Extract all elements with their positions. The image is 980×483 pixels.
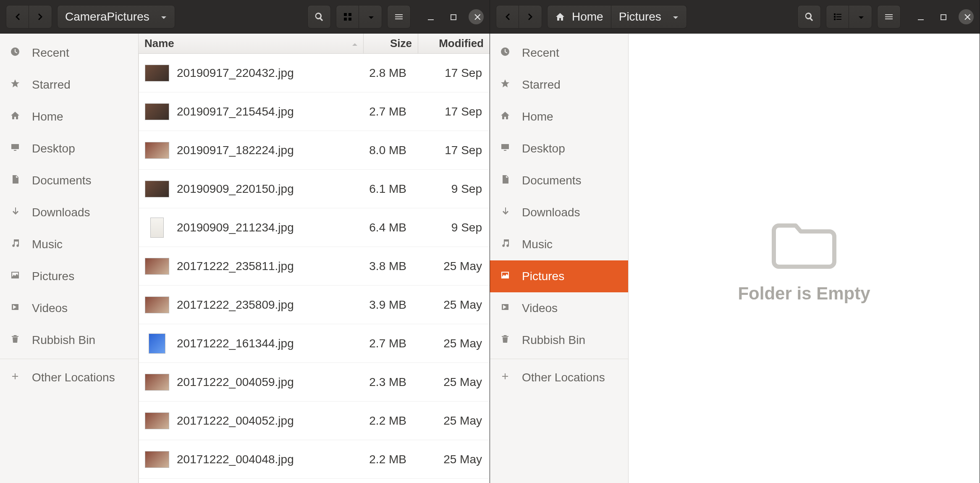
hamburger-menu-button[interactable] — [387, 5, 411, 29]
file-modified: 17 Sep — [412, 66, 484, 80]
file-row[interactable]: 20190917_182224.jpg8.0 MB17 Sep — [139, 131, 490, 170]
file-size: 2.7 MB — [358, 337, 412, 350]
sidebar-item-recent[interactable]: Recent — [0, 37, 138, 69]
maximize-button[interactable] — [938, 12, 948, 21]
sidebar-item-downloads[interactable]: Downloads — [0, 197, 138, 228]
file-row[interactable]: 20190909_220150.jpg6.1 MB9 Sep — [139, 170, 490, 208]
minimize-button[interactable] — [426, 12, 436, 22]
pathbar: CameraPictures — [57, 5, 302, 29]
sidebar-item-home[interactable]: Home — [0, 101, 138, 133]
column-header-size[interactable]: Size — [364, 34, 418, 53]
thumbnail — [150, 218, 164, 238]
file-modified: 9 Sep — [412, 221, 484, 234]
sidebar-item-label: Other Locations — [522, 371, 605, 384]
sidebar-item-label: Starred — [522, 78, 561, 92]
sidebar-item-pictures[interactable]: Pictures — [490, 260, 628, 292]
file-row[interactable]: 20171222_235811.jpg3.8 MB25 May — [139, 247, 490, 286]
sidebar-item-desktop[interactable]: Desktop — [490, 133, 628, 165]
file-modified: 17 Sep — [412, 144, 484, 157]
path-segment-current[interactable]: CameraPictures — [57, 5, 175, 29]
file-size: 6.4 MB — [358, 221, 412, 234]
path-segment-home[interactable]: Home — [547, 5, 611, 29]
search-button[interactable] — [797, 5, 821, 29]
forward-button[interactable] — [519, 5, 542, 28]
sidebar-item-label: Rubbish Bin — [32, 333, 95, 347]
file-row[interactable]: 20171222_235809.jpg3.9 MB25 May — [139, 286, 490, 324]
back-button[interactable] — [496, 5, 519, 28]
sidebar-item-documents[interactable]: Documents — [490, 165, 628, 197]
path-label: CameraPictures — [65, 10, 149, 24]
file-manager-window-right: Home Pictures Recent Starred Home Deskto… — [490, 0, 980, 483]
sidebar-item-documents[interactable]: Documents — [0, 165, 138, 197]
sidebar-item-desktop[interactable]: Desktop — [0, 133, 138, 165]
view-switcher — [826, 5, 872, 29]
file-row[interactable]: 20171222_161344.jpg2.7 MB25 May — [139, 324, 490, 363]
thumbnail — [149, 333, 165, 354]
headerbar: CameraPictures — [0, 0, 490, 34]
back-button[interactable] — [6, 5, 29, 28]
sidebar-item-downloads[interactable]: Downloads — [490, 197, 628, 228]
list-view-button[interactable] — [826, 5, 849, 28]
column-header-name[interactable]: Name — [139, 34, 364, 53]
sidebar-item-pictures[interactable]: Pictures — [0, 260, 138, 292]
hamburger-menu-button[interactable] — [877, 5, 901, 29]
forward-button[interactable] — [29, 5, 52, 28]
file-modified: 17 Sep — [412, 105, 484, 118]
view-options-dropdown[interactable] — [359, 5, 382, 28]
sidebar-item-videos[interactable]: Videos — [490, 292, 628, 324]
minimize-button[interactable] — [916, 12, 926, 22]
close-button[interactable] — [959, 9, 974, 24]
sidebar-item-starred[interactable]: Starred — [490, 69, 628, 101]
file-list-pane: Folder is Empty — [629, 34, 980, 483]
sidebar-item-trash[interactable]: Rubbish Bin — [490, 324, 628, 356]
sidebar-item-label: Starred — [32, 78, 71, 92]
file-modified: 25 May — [412, 453, 484, 466]
close-button[interactable] — [469, 9, 484, 24]
thumbnail — [145, 142, 169, 159]
file-row[interactable]: 20190909_211234.jpg6.4 MB9 Sep — [139, 208, 490, 247]
file-row[interactable]: 20171222_004052.jpg2.2 MB25 May — [139, 402, 490, 440]
sidebar-item-videos[interactable]: Videos — [0, 292, 138, 324]
thumbnail — [145, 258, 169, 275]
sidebar-item-trash[interactable]: Rubbish Bin — [0, 324, 138, 356]
path-segment-current[interactable]: Pictures — [611, 5, 687, 29]
file-name: 20190909_211234.jpg — [177, 221, 358, 234]
view-options-dropdown[interactable] — [849, 5, 872, 28]
window-controls — [417, 9, 484, 24]
thumbnail — [145, 181, 169, 197]
thumbnail — [145, 451, 169, 468]
sidebar-item-label: Pictures — [522, 270, 564, 283]
file-size: 2.2 MB — [358, 414, 412, 428]
sidebar-item-other-locations[interactable]: Other Locations — [490, 362, 628, 394]
file-name: 20190917_220432.jpg — [177, 66, 358, 80]
file-row[interactable]: 20190917_220432.jpg2.8 MB17 Sep — [139, 54, 490, 92]
file-row[interactable]: 20171222_004059.jpg2.3 MB25 May — [139, 363, 490, 402]
sidebar-item-music[interactable]: Music — [0, 228, 138, 260]
sidebar-item-label: Rubbish Bin — [522, 333, 585, 347]
sidebar-item-other-locations[interactable]: Other Locations — [0, 362, 138, 394]
thumbnail — [145, 412, 169, 429]
sidebar-item-home[interactable]: Home — [490, 101, 628, 133]
file-name: 20171222_235811.jpg — [177, 260, 358, 273]
file-name: 20171222_161344.jpg — [177, 337, 358, 350]
sidebar-item-label: Pictures — [32, 270, 74, 283]
sidebar-item-recent[interactable]: Recent — [490, 37, 628, 69]
file-size: 2.8 MB — [358, 66, 412, 80]
sidebar-item-label: Documents — [32, 174, 92, 187]
maximize-button[interactable] — [448, 12, 458, 21]
column-header-modified[interactable]: Modified — [418, 34, 490, 53]
file-size: 3.8 MB — [358, 260, 412, 273]
file-row[interactable]: 20171222_004048.jpg2.2 MB25 May — [139, 440, 490, 479]
file-row[interactable]: 20190917_215454.jpg2.7 MB17 Sep — [139, 92, 490, 131]
file-list-pane: Name Size Modified 20190917_220432.jpg2.… — [139, 34, 490, 483]
file-name: 20190909_220150.jpg — [177, 182, 358, 196]
sidebar-item-starred[interactable]: Starred — [0, 69, 138, 101]
sidebar-item-music[interactable]: Music — [490, 228, 628, 260]
sort-ascending-icon — [350, 37, 357, 50]
search-button[interactable] — [307, 5, 331, 29]
grid-view-button[interactable] — [336, 5, 359, 28]
nav-group — [6, 5, 52, 29]
divider — [0, 359, 138, 359]
divider — [490, 359, 628, 359]
sidebar-item-label: Home — [522, 110, 553, 123]
